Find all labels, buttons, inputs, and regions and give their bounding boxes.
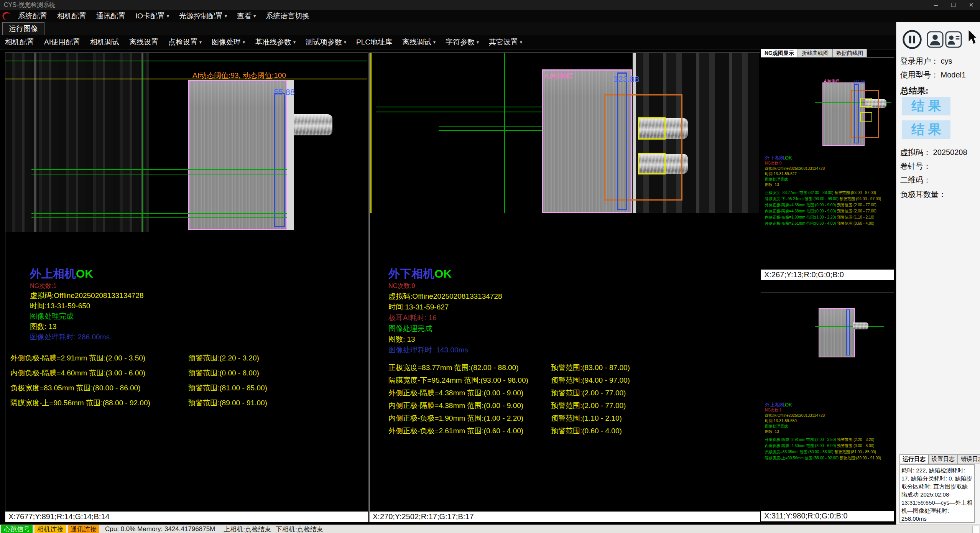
- tab-run-image[interactable]: 运行图像: [2, 22, 44, 35]
- resize-grip: [972, 526, 979, 533]
- comm-connection-badge: 通讯连接: [68, 525, 99, 533]
- detect-box-blue: [274, 93, 285, 227]
- camera-name: 外上相机: [30, 267, 76, 280]
- measurement-row: 外侧正极-负极=2.61mm 范围:(0.60 - 4.00) 预警范围:(0.…: [765, 220, 891, 227]
- roll-pin-label: 卷针号：: [900, 161, 931, 171]
- tool-offline-settings[interactable]: 离线设置: [124, 35, 163, 49]
- ng-count: NG次数:1: [765, 408, 891, 413]
- baseline-green-vertical: [142, 61, 143, 232]
- tool-offline-debug[interactable]: 离线调试: [397, 35, 441, 49]
- tool-camera-config[interactable]: 相机配置: [0, 35, 39, 49]
- tool-test-item-params[interactable]: 测试项参数: [301, 35, 351, 49]
- tool-plc-address-lib[interactable]: PLC地址库: [351, 35, 397, 49]
- camera-status: OK: [434, 267, 452, 280]
- measure-line-green: [31, 213, 287, 214]
- tab-box-yellow: [638, 117, 666, 140]
- measurement-text: 外侧正极-隔膜=4.38mm 范围:(0.00 - 9.00): [388, 389, 523, 397]
- measurement-text: 负极宽度=83.05mm 范围:(80.00 - 86.00): [10, 384, 141, 392]
- ng-thumbnail-lower[interactable]: AI检测框 123.88 外下相机OK NG次数:0 虚拟码:Offline20…: [761, 57, 894, 280]
- measurement-text: 内侧正极-隔膜=4.38mm 范围:(0.00 - 9.00): [765, 209, 836, 213]
- menu-item-view[interactable]: 查看: [232, 10, 261, 22]
- tab-settings-log[interactable]: 设置日志: [929, 454, 958, 464]
- measurement-warn: 预警范围:(83.00 - 87.00): [551, 363, 630, 373]
- menu-item-comm-config[interactable]: 通讯配置: [91, 10, 130, 22]
- measurement-warn: 预警范围:(2.00 - 77.00): [551, 388, 626, 398]
- menu-item-io-card-config[interactable]: IO卡配置: [130, 10, 174, 22]
- measurement-text: 负极宽度=83.05mm 范围:(80.00 - 86.00): [765, 450, 834, 454]
- measurement-warn: 预警范围:(0.00 - 8.00): [188, 368, 259, 378]
- status-bar: 心跳信号 相机连接 通讯连接 Cpu: 0.0% Memory: 3424.41…: [0, 525, 980, 533]
- menu-item-system-config[interactable]: 系统配置: [13, 10, 52, 22]
- result-badge-2: 结 果: [902, 120, 950, 139]
- ng-thumbnail-upper[interactable]: 外上相机OK NG次数:1 虚拟码:Offline202502081331347…: [761, 293, 894, 521]
- pixel-coordinate-readout: X:267;Y:13;R:0;G:0;B:0: [761, 270, 894, 280]
- tool-camera-debug[interactable]: 相机调试: [85, 35, 124, 49]
- baseline-yellow: [5, 79, 367, 79]
- app-logo-icon: [2, 11, 12, 21]
- tab-box-yellow: [638, 153, 666, 174]
- menu-item-light-control-config[interactable]: 光源控制配置: [174, 10, 232, 22]
- maximize-button[interactable]: ☐: [945, 0, 962, 10]
- tab-data-curve[interactable]: 数据曲线图: [832, 49, 867, 58]
- lower-camera-status: 下相机:点检结束: [276, 525, 323, 533]
- measurement-row: 隔膜宽度-下=95.24mm 范围:(93.00 - 98.00) 预警范围:(…: [765, 196, 891, 202]
- close-button[interactable]: ✕: [962, 0, 980, 10]
- tab-ng-image-display[interactable]: NG观图显示: [761, 49, 798, 58]
- model-select[interactable]: Model1: [941, 71, 966, 79]
- result-badge-1: 结 果: [902, 97, 950, 115]
- process-done: 图像处理完成: [765, 177, 891, 182]
- menu-item-camera-config[interactable]: 相机配置: [52, 10, 91, 22]
- camera-status: OK: [785, 155, 792, 161]
- frame-count: 图数: 13: [765, 429, 891, 434]
- right-camera-image[interactable]: AI检测框 123.88: [370, 53, 759, 213]
- tool-ai-use-config[interactable]: AI使用配置: [39, 35, 85, 49]
- model-row: 使用型号： Model1: [900, 70, 966, 80]
- measurement-text: 隔膜宽度-下=95.24mm 范围:(93.00 - 98.00): [388, 376, 528, 384]
- measurement-text: 隔膜宽度-下=95.24mm 范围:(93.00 - 98.00): [765, 197, 839, 201]
- measurement-text: 外侧正极-负极=2.61mm 范围:(0.60 - 4.00): [388, 427, 523, 435]
- separator-strip: [287, 80, 294, 230]
- ng-count: NG次数:1: [30, 282, 56, 290]
- measure-value-overlay: 55.88: [274, 87, 295, 97]
- camera-name: 外下相机: [388, 267, 434, 280]
- measurement-text: 正极宽度=83.77mm 范围:(82.00 - 88.00): [765, 191, 834, 195]
- left-camera-image[interactable]: AI动态阈值:93, 动态阈值:100 55.88: [5, 53, 367, 232]
- log-content[interactable]: 耗时: 222, 缺陷检测耗时: 17, 缺陷分类耗时: 0, 缺陷提取分区耗时…: [899, 464, 975, 523]
- tool-spotcheck-settings[interactable]: 点检设置: [163, 35, 207, 49]
- pixel-coordinate-readout: X:270;Y:2502;R:17;G:17;B:17: [370, 512, 760, 522]
- camera-status: OK: [76, 267, 93, 280]
- process-time: 图像处理耗时: 143.00ms: [388, 345, 468, 355]
- measurement-row: 外侧负极-隔膜=2.91mm 范围:(2.00 - 3.50) 预警范围:(2.…: [765, 437, 891, 443]
- negative-tab-count-label: 负极耳数量：: [900, 189, 946, 200]
- measurement-text: 内侧正极-隔膜=4.38mm 范围:(0.00 - 9.00): [388, 401, 523, 410]
- thumb-mini-image: [815, 306, 884, 360]
- tab-error-log[interactable]: 错误日志: [958, 454, 980, 464]
- tool-image-processing[interactable]: 图像处理: [207, 35, 250, 49]
- cursor-arrow-icon[interactable]: [966, 28, 978, 46]
- tab-line-curve[interactable]: 折线曲线图: [798, 49, 832, 58]
- user-icon[interactable]: [926, 31, 944, 48]
- measurement-warn: 预警范围:(2.20 - 3.20): [837, 438, 874, 442]
- measurement-row: 负极宽度=83.05mm 范围:(80.00 - 86.00) 预警范围:(81…: [765, 449, 891, 455]
- user-card-icon[interactable]: [945, 31, 962, 48]
- tab-run-log[interactable]: 运行日志: [899, 454, 929, 464]
- camera-title: 外上相机OK: [30, 266, 93, 282]
- tool-other-settings[interactable]: 其它设置: [484, 35, 527, 49]
- capture-time: 时间:13-31-59-627: [765, 171, 891, 177]
- measurement-text: 内侧负极-隔膜=4.60mm 范围:(3.00 - 6.00): [10, 369, 145, 377]
- minimize-button[interactable]: ─: [927, 0, 945, 10]
- virtual-code-label: 虚拟码：: [900, 148, 931, 156]
- detect-box-blue: [617, 72, 627, 210]
- measure-value-overlay: 123.88: [613, 74, 639, 84]
- pause-button[interactable]: [902, 29, 922, 50]
- measurement-row: 外侧正极-隔膜=4.38mm 范围:(0.00 - 9.00) 预警范围:(2.…: [388, 388, 523, 398]
- ai-detect-box-magenta: [188, 80, 287, 230]
- tool-baseline-params[interactable]: 基准线参数: [250, 35, 301, 49]
- menu-item-language-switch[interactable]: 系统语言切换: [261, 10, 314, 22]
- virtual-code: 虚拟码:Offline20250208133134728: [765, 413, 891, 418]
- process-done: 图像处理完成: [388, 324, 432, 334]
- measurement-warn: 预警范围:(1.10 - 2.10): [837, 215, 874, 219]
- tool-char-params[interactable]: 字符参数: [441, 35, 484, 49]
- camera-name: 外下相机: [765, 155, 785, 161]
- ai-time: 极耳AI耗时: 16: [388, 313, 437, 323]
